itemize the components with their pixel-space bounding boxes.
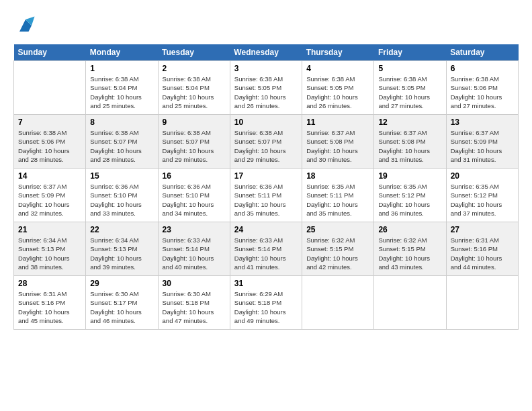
calendar-cell: 26Sunrise: 6:32 AMSunset: 5:15 PMDayligh…	[374, 222, 446, 276]
calendar-week-2: 7Sunrise: 6:38 AMSunset: 5:06 PMDaylight…	[14, 115, 519, 169]
calendar-cell: 31Sunrise: 6:29 AMSunset: 5:18 PMDayligh…	[230, 276, 302, 330]
day-info: Sunrise: 6:34 AMSunset: 5:13 PMDaylight:…	[18, 236, 81, 271]
day-info: Sunrise: 6:30 AMSunset: 5:18 PMDaylight:…	[163, 289, 226, 325]
calendar-header-friday: Friday	[374, 44, 446, 61]
day-number: 7	[18, 118, 81, 127]
calendar-cell: 25Sunrise: 6:32 AMSunset: 5:15 PMDayligh…	[302, 222, 374, 276]
day-info: Sunrise: 6:38 AMSunset: 5:04 PMDaylight:…	[90, 75, 153, 110]
calendar-cell: 16Sunrise: 6:36 AMSunset: 5:10 PMDayligh…	[158, 169, 230, 222]
logo	[13, 13, 40, 38]
calendar-week-4: 21Sunrise: 6:34 AMSunset: 5:13 PMDayligh…	[14, 222, 519, 276]
calendar-cell	[302, 276, 374, 330]
day-number: 12	[378, 118, 441, 127]
day-info: Sunrise: 6:38 AMSunset: 5:06 PMDaylight:…	[451, 75, 514, 110]
calendar-cell: 2Sunrise: 6:38 AMSunset: 5:04 PMDaylight…	[158, 61, 230, 115]
day-info: Sunrise: 6:38 AMSunset: 5:06 PMDaylight:…	[18, 128, 81, 164]
calendar-cell: 24Sunrise: 6:33 AMSunset: 5:14 PMDayligh…	[230, 222, 302, 276]
calendar-cell: 8Sunrise: 6:38 AMSunset: 5:07 PMDaylight…	[86, 115, 158, 169]
calendar-header-row: SundayMondayTuesdayWednesdayThursdayFrid…	[14, 44, 519, 61]
day-number: 16	[163, 171, 226, 181]
day-number: 20	[451, 171, 514, 181]
day-info: Sunrise: 6:37 AMSunset: 5:09 PMDaylight:…	[18, 182, 81, 218]
calendar-cell: 20Sunrise: 6:35 AMSunset: 5:12 PMDayligh…	[446, 169, 518, 222]
day-number: 25	[306, 225, 369, 234]
day-info: Sunrise: 6:32 AMSunset: 5:15 PMDaylight:…	[306, 236, 369, 271]
day-info: Sunrise: 6:37 AMSunset: 5:08 PMDaylight:…	[306, 128, 369, 164]
day-info: Sunrise: 6:38 AMSunset: 5:07 PMDaylight:…	[163, 128, 226, 164]
day-number: 6	[451, 64, 514, 73]
calendar-cell: 18Sunrise: 6:35 AMSunset: 5:11 PMDayligh…	[302, 169, 374, 222]
calendar-cell: 6Sunrise: 6:38 AMSunset: 5:06 PMDaylight…	[446, 61, 518, 115]
day-number: 9	[163, 118, 226, 127]
calendar-header-tuesday: Tuesday	[158, 44, 230, 61]
day-info: Sunrise: 6:38 AMSunset: 5:07 PMDaylight:…	[90, 128, 153, 164]
calendar-cell: 1Sunrise: 6:38 AMSunset: 5:04 PMDaylight…	[86, 61, 158, 115]
day-info: Sunrise: 6:34 AMSunset: 5:13 PMDaylight:…	[90, 236, 153, 271]
calendar-cell: 30Sunrise: 6:30 AMSunset: 5:18 PMDayligh…	[158, 276, 230, 330]
day-info: Sunrise: 6:37 AMSunset: 5:09 PMDaylight:…	[451, 128, 514, 164]
header	[13, 13, 519, 38]
calendar-week-1: 1Sunrise: 6:38 AMSunset: 5:04 PMDaylight…	[14, 61, 519, 115]
calendar-cell	[374, 276, 446, 330]
day-number: 14	[18, 171, 81, 181]
day-number: 28	[18, 279, 81, 288]
day-info: Sunrise: 6:36 AMSunset: 5:10 PMDaylight:…	[90, 182, 153, 218]
calendar-cell: 21Sunrise: 6:34 AMSunset: 5:13 PMDayligh…	[14, 222, 86, 276]
day-number: 22	[90, 225, 153, 234]
calendar-header-sunday: Sunday	[14, 44, 86, 61]
day-number: 5	[378, 64, 441, 73]
calendar-cell: 10Sunrise: 6:38 AMSunset: 5:07 PMDayligh…	[230, 115, 302, 169]
day-info: Sunrise: 6:38 AMSunset: 5:05 PMDaylight:…	[234, 75, 298, 110]
calendar-cell	[446, 276, 518, 330]
day-number: 19	[378, 171, 441, 181]
calendar-cell: 17Sunrise: 6:36 AMSunset: 5:11 PMDayligh…	[230, 169, 302, 222]
calendar-week-5: 28Sunrise: 6:31 AMSunset: 5:16 PMDayligh…	[14, 276, 519, 330]
logo-icon	[13, 13, 38, 38]
day-number: 1	[90, 64, 153, 73]
day-info: Sunrise: 6:37 AMSunset: 5:08 PMDaylight:…	[378, 128, 441, 164]
calendar-cell	[14, 61, 86, 115]
day-number: 8	[90, 118, 153, 127]
calendar-cell: 22Sunrise: 6:34 AMSunset: 5:13 PMDayligh…	[86, 222, 158, 276]
day-info: Sunrise: 6:35 AMSunset: 5:11 PMDaylight:…	[306, 182, 369, 218]
day-info: Sunrise: 6:33 AMSunset: 5:14 PMDaylight:…	[234, 236, 298, 271]
calendar-table: SundayMondayTuesdayWednesdayThursdayFrid…	[13, 44, 519, 330]
calendar-cell: 23Sunrise: 6:33 AMSunset: 5:14 PMDayligh…	[158, 222, 230, 276]
day-info: Sunrise: 6:31 AMSunset: 5:16 PMDaylight:…	[18, 289, 81, 325]
day-info: Sunrise: 6:35 AMSunset: 5:12 PMDaylight:…	[378, 182, 441, 218]
day-info: Sunrise: 6:38 AMSunset: 5:05 PMDaylight:…	[306, 75, 369, 110]
calendar-header-monday: Monday	[86, 44, 158, 61]
day-number: 21	[18, 225, 81, 234]
day-info: Sunrise: 6:30 AMSunset: 5:17 PMDaylight:…	[90, 289, 153, 325]
calendar-cell: 15Sunrise: 6:36 AMSunset: 5:10 PMDayligh…	[86, 169, 158, 222]
calendar-cell: 14Sunrise: 6:37 AMSunset: 5:09 PMDayligh…	[14, 169, 86, 222]
calendar-cell: 4Sunrise: 6:38 AMSunset: 5:05 PMDaylight…	[302, 61, 374, 115]
day-info: Sunrise: 6:36 AMSunset: 5:10 PMDaylight:…	[163, 182, 226, 218]
day-info: Sunrise: 6:35 AMSunset: 5:12 PMDaylight:…	[451, 182, 514, 218]
calendar-header-thursday: Thursday	[302, 44, 374, 61]
day-number: 23	[163, 225, 226, 234]
day-number: 10	[234, 118, 298, 127]
day-number: 27	[451, 225, 514, 234]
day-number: 26	[378, 225, 441, 234]
day-number: 15	[90, 171, 153, 181]
day-info: Sunrise: 6:32 AMSunset: 5:15 PMDaylight:…	[378, 236, 441, 271]
day-number: 24	[234, 225, 298, 234]
day-number: 11	[306, 118, 369, 127]
day-number: 4	[306, 64, 369, 73]
calendar-cell: 7Sunrise: 6:38 AMSunset: 5:06 PMDaylight…	[14, 115, 86, 169]
calendar-cell: 11Sunrise: 6:37 AMSunset: 5:08 PMDayligh…	[302, 115, 374, 169]
calendar-cell: 5Sunrise: 6:38 AMSunset: 5:05 PMDaylight…	[374, 61, 446, 115]
calendar-cell: 9Sunrise: 6:38 AMSunset: 5:07 PMDaylight…	[158, 115, 230, 169]
day-info: Sunrise: 6:33 AMSunset: 5:14 PMDaylight:…	[163, 236, 226, 271]
day-info: Sunrise: 6:38 AMSunset: 5:04 PMDaylight:…	[163, 75, 226, 110]
day-number: 29	[90, 279, 153, 288]
page: SundayMondayTuesdayWednesdayThursdayFrid…	[0, 0, 532, 336]
calendar-header-saturday: Saturday	[446, 44, 518, 61]
day-number: 31	[234, 279, 298, 288]
calendar-cell: 29Sunrise: 6:30 AMSunset: 5:17 PMDayligh…	[86, 276, 158, 330]
calendar-cell: 27Sunrise: 6:31 AMSunset: 5:16 PMDayligh…	[446, 222, 518, 276]
day-info: Sunrise: 6:29 AMSunset: 5:18 PMDaylight:…	[234, 289, 298, 325]
day-info: Sunrise: 6:38 AMSunset: 5:07 PMDaylight:…	[234, 128, 298, 164]
calendar-cell: 3Sunrise: 6:38 AMSunset: 5:05 PMDaylight…	[230, 61, 302, 115]
